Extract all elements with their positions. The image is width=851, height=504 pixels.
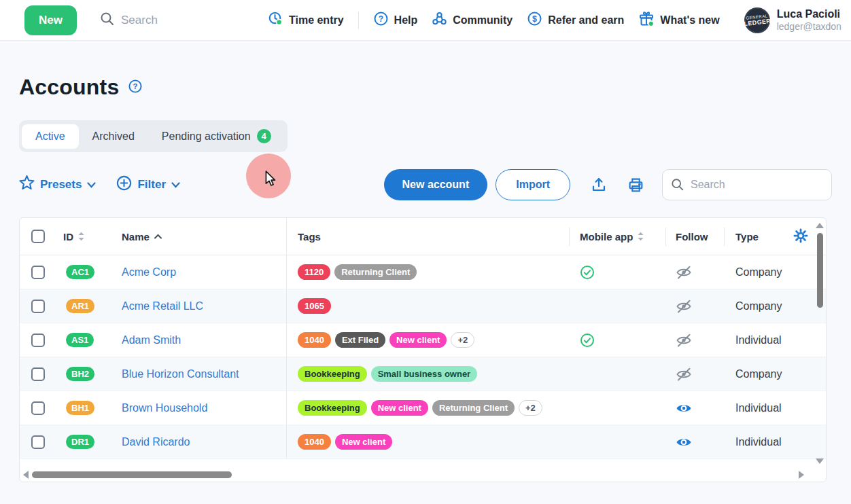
tag-pill[interactable]: Bookkeeping	[298, 366, 367, 382]
eye-icon[interactable]	[676, 434, 692, 450]
account-name-link[interactable]: Blue Horizon Consultant	[122, 368, 239, 380]
tag-overflow-pill[interactable]: +2	[519, 400, 542, 416]
tag-overflow-pill[interactable]: +2	[451, 332, 474, 348]
tab-bar: Active Archived Pending activation 4	[19, 120, 288, 152]
scroll-left-arrow[interactable]	[23, 471, 29, 479]
account-id-badge[interactable]: DR1	[66, 435, 94, 449]
tag-pill[interactable]: 1040	[298, 434, 331, 450]
presets-label: Presets	[40, 178, 82, 192]
row-checkbox[interactable]	[31, 435, 45, 449]
account-name-link[interactable]: David Ricardo	[122, 436, 190, 448]
select-all-checkbox[interactable]	[31, 230, 45, 243]
svg-text:?: ?	[378, 14, 383, 24]
page-title: Accounts	[19, 75, 119, 100]
tab-archived[interactable]: Archived	[79, 124, 148, 149]
table-body: AC1Acme Corp1120Returning ClientCompanyA…	[20, 255, 826, 459]
account-name-link[interactable]: Acme Retail LLC	[122, 300, 203, 312]
header-type[interactable]: Type	[735, 231, 759, 242]
account-id-badge[interactable]: AR1	[66, 299, 94, 313]
global-search-input[interactable]	[121, 14, 203, 27]
new-button[interactable]: New	[24, 5, 77, 35]
plus-circle-icon	[116, 175, 132, 194]
sort-asc-icon	[154, 234, 162, 239]
svg-text:$: $	[532, 14, 537, 24]
scroll-right-arrow[interactable]	[799, 471, 804, 479]
tab-label: Pending activation	[162, 130, 251, 143]
row-checkbox[interactable]	[31, 300, 45, 313]
nav-whats-new[interactable]: What's new	[638, 11, 719, 30]
eye-off-icon[interactable]	[676, 264, 692, 281]
eye-off-icon[interactable]	[676, 366, 692, 382]
tag-pill[interactable]: Returning Client	[334, 264, 417, 280]
row-checkbox[interactable]	[31, 266, 45, 279]
account-id-badge[interactable]: BH1	[66, 401, 94, 415]
scroll-up-arrow[interactable]	[816, 223, 824, 228]
click-highlight	[246, 154, 291, 198]
search-icon	[100, 12, 115, 29]
user-menu[interactable]: GENERAL LEDGER Luca Pacioli ledger@taxdo…	[744, 7, 851, 33]
table-row: AC1Acme Corp1120Returning ClientCompany	[20, 255, 826, 289]
export-upload-icon[interactable]	[591, 177, 607, 193]
top-nav: Time entry ? Help Community $ Refer and …	[268, 11, 720, 30]
account-id-badge[interactable]: BH2	[66, 367, 94, 381]
tag-pill[interactable]: 1065	[298, 298, 331, 314]
eye-icon[interactable]	[676, 400, 692, 416]
filter-dropdown[interactable]: Filter	[116, 175, 180, 194]
scroll-down-arrow[interactable]	[816, 458, 824, 464]
table-search	[662, 169, 832, 200]
tag-pill[interactable]: 1040	[298, 332, 331, 348]
chevron-down-icon	[171, 178, 180, 192]
account-type: Company	[735, 300, 782, 312]
svg-text:?: ?	[133, 82, 138, 90]
row-checkbox[interactable]	[31, 401, 45, 415]
header-id[interactable]: ID	[63, 231, 85, 242]
tag-pill[interactable]: New client	[371, 400, 428, 416]
tab-active[interactable]: Active	[22, 124, 79, 149]
main-content: Accounts ? Active Archived Pending activ…	[0, 75, 851, 482]
horizontal-scrollbar-thumb[interactable]	[32, 471, 232, 478]
account-id-badge[interactable]: AC1	[66, 265, 94, 279]
tag-pill[interactable]: New client	[335, 434, 392, 450]
import-button[interactable]: Import	[496, 169, 570, 200]
tag-pill[interactable]: Returning Client	[432, 400, 515, 416]
new-account-button[interactable]: New account	[384, 169, 488, 200]
nav-help[interactable]: ? Help	[373, 11, 418, 29]
table-search-input[interactable]	[662, 169, 832, 200]
global-search[interactable]	[100, 12, 203, 29]
check-circle-icon	[580, 265, 595, 280]
table-row: BH2Blue Horizon ConsultantBookkeepingSma…	[20, 357, 826, 391]
tag-pill[interactable]: Bookkeeping	[298, 400, 367, 416]
vertical-scrollbar-thumb[interactable]	[817, 233, 823, 308]
header-tags[interactable]: Tags	[298, 231, 321, 242]
tag-pill[interactable]: 1120	[298, 264, 330, 280]
eye-off-icon[interactable]	[676, 332, 692, 348]
account-name-link[interactable]: Brown Household	[122, 402, 207, 414]
account-id-badge[interactable]: AS1	[66, 333, 94, 347]
accounts-table: ID Name Tags Mobile app	[19, 217, 827, 482]
print-icon[interactable]	[627, 177, 644, 194]
nav-refer-and-earn[interactable]: $ Refer and earn	[527, 11, 624, 29]
gear-icon[interactable]	[793, 228, 808, 245]
gift-icon	[638, 11, 655, 30]
row-checkbox[interactable]	[31, 334, 45, 347]
account-name-link[interactable]: Acme Corp	[122, 266, 176, 278]
tag-pill[interactable]: Ext Filed	[335, 332, 385, 348]
presets-dropdown[interactable]: Presets	[19, 175, 96, 194]
header-name[interactable]: Name	[122, 231, 162, 242]
page: New Time entry ? Help	[0, 0, 851, 504]
title-help-icon[interactable]: ?	[128, 79, 143, 96]
nav-time-entry[interactable]: Time entry	[268, 11, 344, 29]
row-checkbox[interactable]	[31, 367, 45, 381]
tab-label: Active	[35, 130, 65, 143]
header-follow[interactable]: Follow	[676, 231, 708, 242]
account-name-link[interactable]: Adam Smith	[122, 334, 181, 346]
tab-pending-activation[interactable]: Pending activation 4	[148, 123, 285, 149]
tag-pill[interactable]: New client	[389, 332, 447, 348]
nav-community[interactable]: Community	[432, 11, 513, 29]
eye-off-icon[interactable]	[676, 298, 692, 314]
header-mobile-app[interactable]: Mobile app	[580, 231, 644, 242]
user-name: Luca Pacioli	[777, 7, 841, 21]
chevron-down-icon	[87, 178, 96, 192]
account-type: Company	[735, 368, 782, 380]
tag-pill[interactable]: Small business owner	[371, 366, 478, 382]
